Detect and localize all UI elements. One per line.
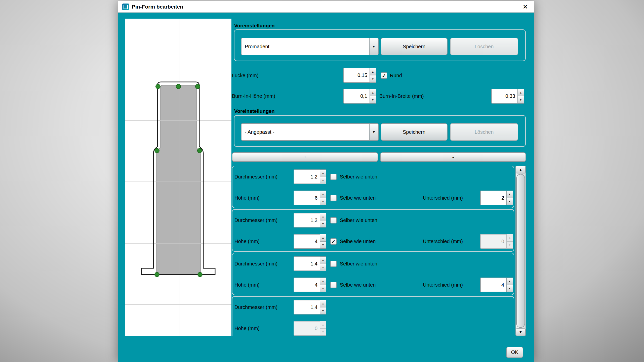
control-point[interactable] <box>198 272 202 277</box>
selbe-wie-unten-checkbox[interactable] <box>330 195 337 201</box>
unterschied-value[interactable]: 2 <box>480 191 506 205</box>
unterschied-value[interactable]: 4 <box>480 278 506 292</box>
spinner-up-icon[interactable]: ▲ <box>506 278 513 285</box>
control-point[interactable] <box>195 84 200 89</box>
durchmesser-value[interactable]: 1,4 <box>294 256 320 271</box>
preset-combo-top-value: Promadent <box>242 38 369 55</box>
spinner-down-icon[interactable]: ▼ <box>320 307 326 315</box>
spinner-up-icon[interactable]: ▲ <box>320 191 326 198</box>
segment-row: Durchmesser (mm) 1,4 ▲▼ Selber wie unten… <box>232 253 514 295</box>
scroll-up-icon[interactable]: ▲ <box>516 166 526 173</box>
spinner-up-icon[interactable]: ▲ <box>320 234 326 242</box>
selber-wie-unten-checkbox[interactable] <box>330 261 337 267</box>
rund-checkbox[interactable]: ✓ <box>381 72 387 79</box>
control-point[interactable] <box>176 84 181 89</box>
pin-body-fill <box>156 85 200 275</box>
selber-wie-unten-checkbox[interactable] <box>330 217 337 223</box>
spinner-down-icon[interactable]: ▼ <box>506 198 513 205</box>
durchmesser-value[interactable]: 1,4 <box>294 300 320 314</box>
durchmesser-spinner[interactable]: 1,2 ▲▼ <box>294 213 326 228</box>
preset-combo-bottom-value: - Angepasst - <box>242 124 369 140</box>
control-point[interactable] <box>155 272 159 277</box>
hoehe-spinner[interactable]: 6 ▲▼ <box>294 191 326 205</box>
pin-preview-panel[interactable] <box>125 19 231 336</box>
spinner-up-icon[interactable]: ▲ <box>370 89 376 96</box>
spinner-up-icon[interactable]: ▲ <box>320 256 326 264</box>
ok-button[interactable]: OK <box>506 347 523 358</box>
segments-scrollbar[interactable]: ▲ ▼ <box>515 166 526 336</box>
add-segment-button[interactable]: + <box>232 152 378 162</box>
selber-wie-unten-checkbox[interactable] <box>330 174 337 180</box>
presets-bottom-label: Voreinstellungen <box>234 108 275 114</box>
burn-in-hoehe-value[interactable]: 0,1 <box>343 89 370 104</box>
spinner-down-icon[interactable]: ▼ <box>320 177 326 184</box>
presets-bottom-group: - Angepasst - ▼ Speichern Löschen <box>234 115 526 147</box>
spinner-up-icon[interactable]: ▲ <box>320 213 326 220</box>
spinner-up-icon[interactable]: ▲ <box>320 169 326 177</box>
luecke-value[interactable]: 0,15 <box>343 68 370 83</box>
burn-in-breite-value[interactable]: 0,33 <box>491 89 517 104</box>
preset-combo-top[interactable]: Promadent ▼ <box>241 38 379 55</box>
spinner-down-icon[interactable]: ▼ <box>320 264 326 271</box>
burn-in-breite-label: Burn-In-Breite (mm) <box>379 93 424 99</box>
luecke-spinner[interactable]: 0,15 ▲ ▼ <box>343 68 376 83</box>
hoehe-value[interactable]: 6 <box>294 191 320 205</box>
durchmesser-label: Durchmesser (mm) <box>234 217 277 223</box>
durchmesser-spinner[interactable]: 1,4 ▲▼ <box>294 300 326 314</box>
control-point[interactable] <box>156 84 160 89</box>
durchmesser-label: Durchmesser (mm) <box>234 260 277 267</box>
save-button-bottom[interactable]: Speichern <box>381 123 448 141</box>
spinner-up-icon[interactable]: ▲ <box>370 68 376 75</box>
unterschied-spinner: 0 ▲▼ <box>480 234 513 249</box>
spinner-down-icon[interactable]: ▼ <box>320 242 326 249</box>
spinner-down-icon[interactable]: ▼ <box>506 285 513 292</box>
selbe-wie-unten-label: Selbe wie unten <box>340 238 376 245</box>
save-button-top[interactable]: Speichern <box>381 38 448 55</box>
pin-form-dialog: Pin-Form bearbeiten ✕ <box>118 1 534 362</box>
selbe-wie-unten-checkbox[interactable]: ✓ <box>330 238 337 245</box>
delete-button-bottom: Löschen <box>450 123 518 141</box>
hoehe-label: Höhe (mm) <box>234 282 260 288</box>
selbe-wie-unten-label: Selbe wie unten <box>340 195 376 201</box>
preset-combo-bottom[interactable]: - Angepasst - ▼ <box>241 123 379 141</box>
burn-in-hoehe-spinner[interactable]: 0,1 ▲ ▼ <box>343 89 376 104</box>
unterschied-value: 0 <box>480 234 506 249</box>
burn-in-breite-spinner[interactable]: 0,33 ▲ ▼ <box>491 89 524 104</box>
spinner-up-icon[interactable]: ▲ <box>506 191 513 198</box>
scroll-down-icon[interactable]: ▼ <box>516 328 526 336</box>
durchmesser-label: Durchmesser (mm) <box>234 173 277 180</box>
spinner-down-icon[interactable]: ▼ <box>517 96 524 104</box>
remove-segment-button[interactable]: - <box>380 152 526 162</box>
hoehe-spinner[interactable]: 4 ▲▼ <box>294 278 326 292</box>
spinner-down-icon[interactable]: ▼ <box>370 75 376 83</box>
durchmesser-spinner[interactable]: 1,2 ▲▼ <box>294 169 326 184</box>
durchmesser-spinner[interactable]: 1,4 ▲▼ <box>294 256 326 271</box>
durchmesser-value[interactable]: 1,2 <box>294 169 320 184</box>
spinner-down-icon[interactable]: ▼ <box>370 96 376 104</box>
spinner-down-icon[interactable]: ▼ <box>320 220 326 228</box>
hoehe-value[interactable]: 4 <box>294 234 320 249</box>
selbe-wie-unten-checkbox[interactable] <box>330 282 337 288</box>
spinner-up-icon[interactable]: ▲ <box>517 89 524 96</box>
scrollbar-thumb[interactable] <box>516 174 525 328</box>
control-point[interactable] <box>155 148 159 153</box>
spinner-down-icon[interactable]: ▼ <box>320 285 326 292</box>
hoehe-value: 0 <box>294 321 320 336</box>
control-point[interactable] <box>197 148 202 153</box>
unterschied-spinner[interactable]: 4 ▲▼ <box>480 278 513 292</box>
rund-label: Rund <box>390 72 402 79</box>
chevron-down-icon[interactable]: ▼ <box>369 38 378 55</box>
hoehe-value[interactable]: 4 <box>294 278 320 292</box>
durchmesser-value[interactable]: 1,2 <box>294 213 320 228</box>
unterschied-spinner[interactable]: 2 ▲▼ <box>480 191 513 205</box>
spinner-down-icon[interactable]: ▼ <box>320 198 326 205</box>
spinner-up-icon[interactable]: ▲ <box>320 278 326 285</box>
close-icon[interactable]: ✕ <box>521 3 530 11</box>
unterschied-label: Unterschied (mm) <box>423 195 463 201</box>
burn-in-hoehe-label: Burn-In-Höhe (mm) <box>232 93 275 99</box>
segment-row: Durchmesser (mm) 1,2 ▲▼ Selber wie unten… <box>232 166 514 208</box>
spinner-up-icon[interactable]: ▲ <box>320 300 326 307</box>
chevron-down-icon[interactable]: ▼ <box>369 124 378 140</box>
hoehe-spinner[interactable]: 4 ▲▼ <box>294 234 326 249</box>
segment-row: Durchmesser (mm) 1,4 ▲▼ Höhe (mm) 0 ▲▼ <box>232 296 514 336</box>
